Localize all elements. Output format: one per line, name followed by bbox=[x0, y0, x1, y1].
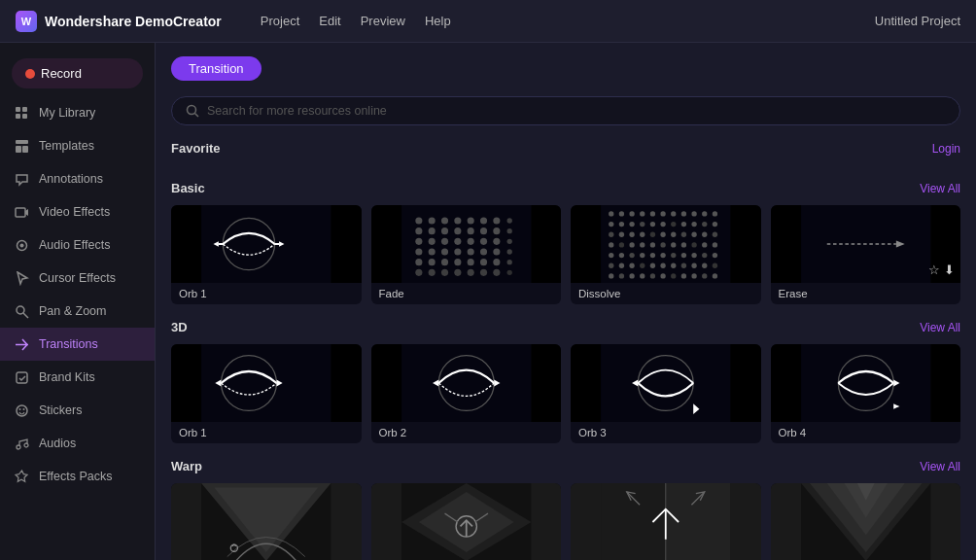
warp-section: Warp View All bbox=[156, 451, 976, 560]
svg-point-112 bbox=[640, 242, 645, 247]
svg-point-82 bbox=[671, 211, 676, 216]
svg-point-105 bbox=[681, 232, 686, 237]
card-label-basic-orb1: Orb 1 bbox=[171, 283, 362, 304]
svg-point-30 bbox=[454, 217, 461, 224]
card-basic-erase[interactable]: ☆ ⬇ Erase bbox=[771, 205, 961, 304]
logo-icon: W bbox=[16, 11, 37, 32]
svg-point-15 bbox=[22, 408, 24, 410]
svg-point-16 bbox=[17, 445, 20, 449]
svg-point-136 bbox=[660, 263, 665, 268]
menu-preview[interactable]: Preview bbox=[361, 14, 405, 28]
sidebar-label-audio-effects: Audio Effects bbox=[39, 238, 110, 252]
svg-point-135 bbox=[650, 263, 655, 268]
warp-title: Warp bbox=[171, 459, 202, 473]
warp2-svg bbox=[371, 483, 562, 560]
card-basic-fade[interactable]: Fade bbox=[371, 205, 562, 304]
sidebar-label-pan-zoom: Pan & Zoom bbox=[39, 304, 106, 318]
basic-title: Basic bbox=[171, 181, 205, 195]
svg-point-133 bbox=[629, 263, 634, 268]
svg-point-94 bbox=[681, 222, 686, 227]
card-3d-orb4[interactable]: Orb 4 bbox=[771, 344, 961, 443]
favorite-header: Favorite Login bbox=[171, 141, 960, 156]
basic-view-all[interactable]: View All bbox=[920, 182, 960, 195]
sidebar-item-effects-packs[interactable]: Effects Packs bbox=[0, 460, 155, 493]
card-thumb-orb1 bbox=[171, 205, 362, 283]
warp-view-all[interactable]: View All bbox=[920, 460, 960, 473]
sidebar-item-audio-effects[interactable]: Audio Effects bbox=[0, 228, 155, 262]
svg-point-14 bbox=[18, 408, 20, 410]
menu-edit[interactable]: Edit bbox=[319, 14, 340, 28]
favorite-icon[interactable]: ☆ bbox=[928, 262, 940, 277]
svg-point-97 bbox=[713, 222, 717, 227]
svg-point-124 bbox=[650, 253, 655, 258]
svg-point-54 bbox=[454, 248, 461, 255]
card-warp-2[interactable] bbox=[371, 483, 562, 560]
card-3d-orb1[interactable]: Orb 1 bbox=[171, 344, 362, 443]
sidebar-item-brand-kits[interactable]: Brand Kits bbox=[0, 361, 155, 394]
sidebar: Record My Library Templates Annotations bbox=[0, 43, 156, 560]
sidebar-item-transitions[interactable]: Transitions bbox=[0, 328, 155, 361]
sidebar-item-cursor-effects[interactable]: Cursor Effects bbox=[0, 262, 155, 295]
svg-point-27 bbox=[415, 217, 422, 224]
sidebar-label-brand-kits: Brand Kits bbox=[39, 370, 95, 384]
sidebar-item-stickers[interactable]: Stickers bbox=[0, 394, 155, 427]
card-warp-3[interactable] bbox=[571, 483, 761, 560]
sidebar-label-transitions: Transitions bbox=[39, 337, 98, 351]
svg-point-68 bbox=[428, 269, 435, 276]
pan-zoom-icon bbox=[14, 303, 29, 319]
svg-point-44 bbox=[428, 238, 435, 245]
svg-line-19 bbox=[195, 114, 199, 118]
svg-point-145 bbox=[640, 273, 645, 278]
card-warp-1[interactable] bbox=[171, 483, 362, 560]
record-button[interactable]: Record bbox=[12, 58, 143, 88]
svg-point-62 bbox=[454, 259, 461, 265]
search-bar bbox=[171, 96, 960, 125]
menu-project[interactable]: Project bbox=[261, 14, 299, 28]
svg-point-67 bbox=[415, 269, 422, 276]
svg-point-42 bbox=[506, 228, 511, 233]
download-icon[interactable]: ⬇ bbox=[944, 262, 955, 277]
card-3d-orb3[interactable]: Orb 3 bbox=[571, 344, 761, 443]
card-basic-dissolve[interactable]: Dissolve bbox=[571, 205, 761, 304]
sidebar-item-audios[interactable]: Audios bbox=[0, 427, 155, 460]
card-label-basic-fade: Fade bbox=[371, 283, 562, 304]
login-link[interactable]: Login bbox=[932, 142, 960, 156]
card-3d-orb2[interactable]: Orb 2 bbox=[371, 344, 562, 443]
svg-point-55 bbox=[467, 248, 473, 255]
3d-title: 3D bbox=[171, 320, 188, 334]
svg-point-39 bbox=[467, 228, 473, 234]
svg-point-98 bbox=[609, 232, 613, 237]
card-warp-4[interactable] bbox=[771, 483, 961, 560]
3d-view-all[interactable]: View All bbox=[920, 321, 960, 334]
sidebar-label-annotations: Annotations bbox=[39, 172, 103, 186]
card-label-3d-orb3: Orb 3 bbox=[571, 422, 761, 443]
sidebar-item-pan-zoom[interactable]: Pan & Zoom bbox=[0, 295, 155, 328]
basic-grid: Orb 1 bbox=[171, 205, 960, 304]
panel-header: Transition bbox=[156, 43, 976, 88]
search-input[interactable] bbox=[207, 104, 946, 118]
3d-orb3-svg bbox=[571, 344, 761, 422]
sidebar-item-templates[interactable]: Templates bbox=[0, 129, 155, 162]
svg-point-9 bbox=[19, 243, 23, 247]
card-thumb-3d-orb3 bbox=[571, 344, 761, 422]
transition-tab[interactable]: Transition bbox=[171, 56, 261, 81]
svg-point-63 bbox=[467, 259, 473, 265]
svg-point-34 bbox=[506, 218, 511, 223]
menu-help[interactable]: Help bbox=[425, 14, 451, 28]
svg-point-74 bbox=[506, 270, 511, 275]
card-basic-orb1[interactable]: Orb 1 bbox=[171, 205, 362, 304]
sidebar-item-video-effects[interactable]: Video Effects bbox=[0, 195, 155, 228]
sidebar-item-annotations[interactable]: Annotations bbox=[0, 162, 155, 195]
svg-rect-179 bbox=[666, 483, 731, 560]
sidebar-item-my-library[interactable]: My Library bbox=[0, 96, 155, 129]
svg-point-45 bbox=[440, 238, 447, 245]
svg-point-58 bbox=[506, 249, 511, 254]
3d-orb4-svg bbox=[771, 344, 961, 422]
sidebar-label-video-effects: Video Effects bbox=[39, 205, 110, 219]
audios-icon bbox=[14, 436, 29, 451]
svg-point-115 bbox=[671, 242, 676, 247]
svg-point-138 bbox=[681, 263, 686, 268]
svg-point-148 bbox=[671, 273, 676, 278]
svg-rect-0 bbox=[16, 107, 20, 112]
orb1-svg bbox=[171, 205, 362, 283]
